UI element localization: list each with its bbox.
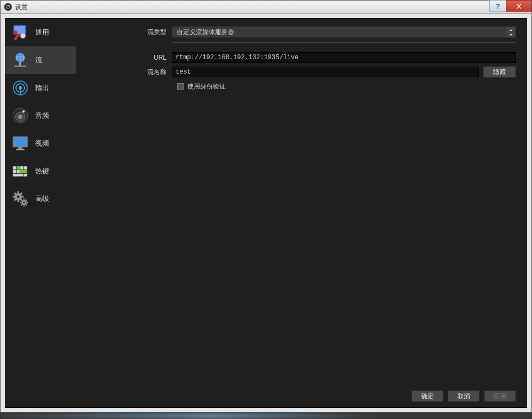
monitor-icon bbox=[11, 134, 30, 153]
svg-rect-49 bbox=[23, 205, 25, 207]
sidebar-item-hotkeys[interactable]: 热键 bbox=[5, 157, 76, 185]
footer-buttons: 确定 取消 应用 bbox=[411, 390, 516, 402]
speaker-icon bbox=[11, 106, 30, 125]
keyboard-icon bbox=[11, 162, 30, 181]
svg-rect-52 bbox=[25, 199, 27, 202]
window-controls: ? x bbox=[490, 0, 531, 12]
svg-point-47 bbox=[23, 202, 25, 204]
svg-point-37 bbox=[17, 196, 20, 198]
sidebar-item-label: 音频 bbox=[35, 111, 49, 120]
svg-rect-16 bbox=[20, 88, 21, 95]
close-button[interactable]: x bbox=[506, 0, 531, 12]
dropdown-stream-type[interactable]: 自定义流媒体服务器 ▲▼ bbox=[172, 26, 516, 38]
sidebar-item-audio[interactable]: 音频 bbox=[5, 102, 76, 130]
svg-rect-55 bbox=[25, 204, 27, 206]
input-stream-key[interactable] bbox=[172, 67, 479, 77]
svg-point-9 bbox=[14, 31, 18, 35]
svg-rect-28 bbox=[24, 166, 27, 170]
label-stream-type: 流类型 bbox=[81, 28, 172, 37]
svg-rect-29 bbox=[13, 170, 16, 173]
svg-rect-53 bbox=[21, 204, 23, 206]
svg-point-4 bbox=[7, 5, 8, 6]
gears-icon bbox=[11, 189, 30, 208]
svg-rect-24 bbox=[16, 149, 25, 150]
svg-rect-51 bbox=[27, 202, 28, 203]
label-stream-name: 流名称 bbox=[81, 68, 172, 77]
row-use-auth: 使用身份验证 bbox=[177, 82, 516, 91]
input-url[interactable] bbox=[172, 52, 516, 63]
svg-rect-11 bbox=[19, 62, 21, 66]
chevron-up-down-icon[interactable]: ▲▼ bbox=[506, 27, 515, 37]
svg-rect-12 bbox=[14, 66, 26, 67]
background-bottom bbox=[0, 413, 532, 419]
dropdown-value: 自定义流媒体服务器 bbox=[177, 28, 234, 37]
ok-button[interactable]: 确定 bbox=[411, 390, 443, 402]
wrench-icon bbox=[11, 23, 30, 42]
hide-button[interactable]: 隐藏 bbox=[483, 66, 516, 78]
separator bbox=[172, 42, 516, 43]
svg-point-0 bbox=[4, 3, 12, 11]
globe-network-icon bbox=[11, 51, 30, 70]
app-icon bbox=[4, 3, 12, 11]
sidebar-item-label: 热键 bbox=[35, 166, 49, 176]
cancel-button[interactable]: 取消 bbox=[448, 390, 480, 402]
sidebar-item-label: 输出 bbox=[35, 83, 49, 93]
sidebar-item-video[interactable]: 视频 bbox=[5, 130, 76, 157]
main-content: 流类型 自定义流媒体服务器 ▲▼ URL 流名称 隐 bbox=[76, 19, 527, 407]
row-stream-type: 流类型 自定义流媒体服务器 ▲▼ bbox=[81, 26, 516, 38]
svg-point-19 bbox=[18, 115, 22, 119]
svg-rect-39 bbox=[18, 200, 19, 202]
sidebar-item-general[interactable]: 通用 bbox=[5, 19, 76, 46]
svg-rect-48 bbox=[23, 199, 25, 200]
svg-rect-33 bbox=[24, 174, 27, 176]
svg-rect-25 bbox=[13, 166, 16, 170]
dark-panel: 通用 流 bbox=[5, 18, 527, 408]
label-url: URL bbox=[81, 54, 172, 61]
svg-point-3 bbox=[6, 7, 7, 9]
window-title: 设置 bbox=[15, 3, 28, 12]
svg-rect-32 bbox=[13, 174, 23, 176]
svg-point-2 bbox=[9, 5, 10, 7]
svg-rect-41 bbox=[21, 196, 23, 198]
svg-point-7 bbox=[20, 33, 26, 38]
svg-rect-27 bbox=[20, 166, 23, 170]
sidebar-item-advanced[interactable]: 高级 bbox=[5, 185, 76, 213]
titlebar[interactable]: 设置 ? x bbox=[1, 1, 531, 14]
svg-rect-35 bbox=[20, 170, 27, 173]
help-button[interactable]: ? bbox=[489, 0, 506, 12]
svg-rect-23 bbox=[18, 147, 22, 149]
body-area: 通用 流 bbox=[1, 14, 531, 412]
row-stream-name: 流名称 隐藏 bbox=[81, 66, 516, 78]
broadcast-icon bbox=[11, 78, 30, 98]
label-use-auth: 使用身份验证 bbox=[187, 82, 226, 91]
svg-rect-38 bbox=[18, 191, 19, 194]
sidebar-item-label: 流 bbox=[35, 55, 42, 65]
sidebar-item-label: 高级 bbox=[35, 194, 49, 204]
settings-window: 设置 ? x 通用 bbox=[0, 0, 532, 413]
checkbox-use-auth[interactable] bbox=[177, 83, 184, 90]
svg-point-20 bbox=[22, 110, 25, 112]
apply-button[interactable]: 应用 bbox=[484, 390, 516, 402]
svg-rect-30 bbox=[17, 170, 20, 173]
svg-rect-22 bbox=[14, 138, 27, 146]
svg-rect-40 bbox=[13, 196, 15, 198]
sidebar: 通用 流 bbox=[5, 19, 76, 407]
sidebar-item-output[interactable]: 输出 bbox=[5, 74, 76, 102]
row-url: URL bbox=[81, 52, 516, 63]
svg-rect-50 bbox=[20, 202, 22, 203]
svg-rect-34 bbox=[17, 166, 20, 170]
sidebar-item-label: 视频 bbox=[35, 139, 49, 148]
sidebar-item-label: 通用 bbox=[35, 28, 49, 37]
sidebar-item-stream[interactable]: 流 bbox=[5, 46, 76, 74]
